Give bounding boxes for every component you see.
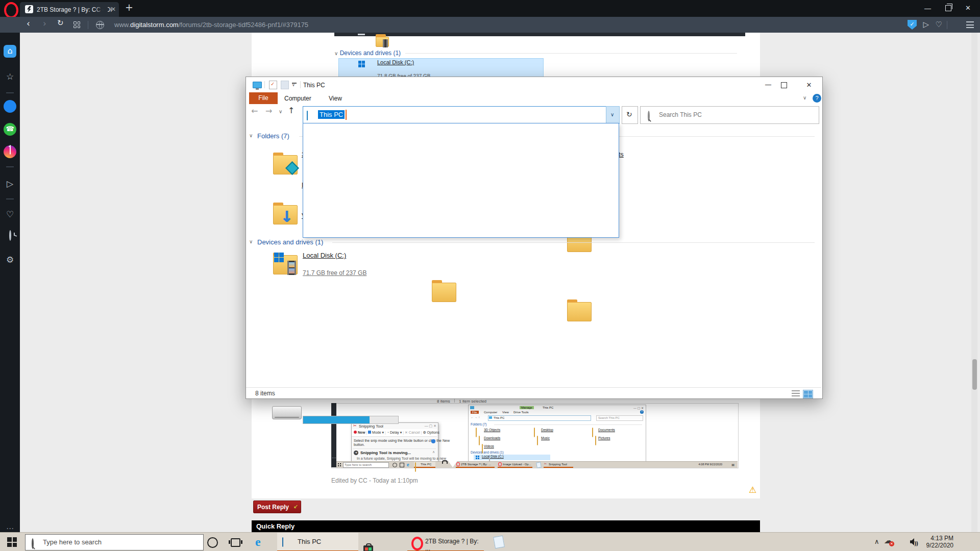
menu-computer[interactable]: Computer [284,95,311,102]
browser-reload-icon[interactable]: ↻ [57,19,64,27]
nav-forward-icon[interactable]: → [265,107,272,115]
page-scrollbar-track[interactable] [971,33,977,532]
mini-window-controls: — ▢ ✕ [633,406,644,410]
close-button[interactable]: ✕ [801,81,817,89]
folders-group-header[interactable]: Folders (7) [257,132,289,140]
my-flow-icon[interactable]: ▷ [923,21,929,29]
clock-time: 4:13 PM [922,535,953,542]
sidebar-bookmarks-icon[interactable]: ☆ [4,70,16,83]
browser-tab-bar: 2TB Storage ? | By: CC - Di ✕ + — ✕ [0,0,980,17]
collapse-icon[interactable]: ∧ [432,450,435,454]
snip-window-controls: — ▢ ✕ [425,424,436,428]
notes-app-icon[interactable] [493,536,505,549]
folder-icon-downloads[interactable]: ↓ [273,205,298,224]
qat-customize-icon[interactable]: ∨ [292,83,297,87]
edge-icon[interactable]: e [255,535,261,549]
address-selected-text: This PC [318,110,345,119]
local-disk-capacity-bar [303,416,399,424]
bookmark-heart-icon[interactable]: ♡ [936,21,942,29]
mini-taskbar-clock: 4:08 PM 9/22/2020 [699,463,722,466]
reply-arrow-icon: ↙ [293,504,298,509]
site-badge-icon[interactable] [96,21,104,29]
nav-recent-icon[interactable]: ∨ [279,109,282,114]
file-explorer-icon [282,537,283,547]
embedded-selected-row [338,58,544,78]
browser-maximize-button[interactable] [945,5,951,11]
adblock-shield-icon[interactable]: ✓ [908,20,917,30]
help-icon[interactable]: ? [813,94,821,103]
taskbar-clock[interactable]: 4:13 PM 9/22/2020 [922,535,953,549]
qat-newfolder-icon[interactable] [281,81,289,89]
tray-expand-icon[interactable]: ∧ [874,538,879,545]
local-disk-icon[interactable] [272,406,302,419]
cortana-icon[interactable] [207,537,218,548]
snip-moving-icon: ➜ [354,450,358,455]
search-input[interactable]: Search This PC [640,106,819,124]
mini-devices-header: Devices and drives (1) [471,450,504,454]
address-dropdown-panel[interactable] [303,123,619,238]
easy-setup-icon[interactable] [966,21,974,28]
details-view-icon[interactable] [792,390,800,396]
instagram-icon[interactable] [4,145,16,158]
taskbar-search-placeholder: Type here to search [43,538,102,546]
microsoft-store-icon[interactable] [363,545,373,551]
new-tab-button[interactable]: + [124,3,134,15]
qat-properties-icon[interactable]: ✓ [269,81,277,89]
page-scrollbar-thumb[interactable] [972,359,977,390]
folder-icon-pictures[interactable] [567,302,592,321]
taskbar-opera-button[interactable]: 2TB Storage ? | By: ... [407,533,484,551]
personal-news-icon[interactable]: ♡ [4,208,16,221]
snip-moving-title: Snipping Tool is moving... [360,450,411,455]
devices-collapse-icon[interactable]: ∨ [249,239,253,244]
embedded-chrome-fragment [358,34,365,35]
mini-title: This PC [543,406,553,409]
address-bar-input[interactable]: This PC [303,106,607,124]
maximize-button[interactable] [781,82,787,88]
my-flow-sidebar-icon[interactable]: ▷ [4,178,16,190]
browser-minimize-button[interactable]: — [924,5,931,12]
sidebar-home-icon[interactable]: ⌂ [4,45,16,58]
folder-icon-music[interactable] [432,283,456,302]
taskbar-search-input[interactable]: Type here to search [25,534,204,550]
scissors-icon: ✂ [353,424,357,428]
local-disk-label[interactable]: Local Disk (C:) [303,252,346,259]
mini-taskbar-opera2: Image Upload - Op... [498,462,532,468]
post-reply-button[interactable]: Post Reply ↙ [253,500,301,513]
devices-group-header[interactable]: Devices and drives (1) [257,238,323,246]
warning-icon[interactable]: ⚠ [749,486,756,494]
opera-menu-icon[interactable] [4,2,18,18]
folder-icon-3d-objects[interactable] [273,155,298,174]
browser-back-icon[interactable]: ‹ [27,19,30,28]
browser-forward-icon[interactable]: › [43,19,46,28]
downloads-icon[interactable]: ↓ [0,39,960,46]
folders-collapse-icon[interactable]: ∨ [249,133,253,138]
taskbar-this-pc-button[interactable]: This PC [277,533,358,551]
minimize-button[interactable]: — [761,81,776,88]
snip-title: Snipping Tool [359,424,383,429]
nav-up-icon[interactable]: ↑ [288,107,295,115]
menu-file[interactable]: File [249,92,278,104]
settings-gear-icon[interactable]: ⚙ [4,254,16,266]
history-icon[interactable] [4,231,16,244]
volume-icon[interactable]: )) [910,538,918,547]
thumbnail-view-icon[interactable] [803,390,813,398]
task-view-icon[interactable] [231,538,240,547]
ribbon-collapse-icon[interactable]: ∨ [803,95,806,101]
refresh-button[interactable]: ↻ [622,106,638,124]
onedrive-cloud-icon[interactable]: ☁ ✕ [884,536,893,545]
whatsapp-icon[interactable]: ☎ [4,123,16,136]
address-dropdown-button[interactable]: ∨ [606,106,620,124]
browser-tab[interactable]: 2TB Storage ? | By: CC - Di ✕ [20,2,119,17]
status-bar: 8 items [246,387,821,398]
menu-view[interactable]: View [329,95,342,102]
url-text[interactable]: www.digitalstorm.com/forums/2tb-storage-… [114,21,308,29]
nav-back-icon[interactable]: ← [251,107,258,115]
start-button[interactable] [7,537,17,547]
messenger-icon[interactable] [4,100,16,113]
mini-address-field: This PC [488,415,591,421]
speed-dial-icon[interactable] [74,21,80,28]
tab-close-icon[interactable]: ✕ [111,6,116,12]
embedded-header-rule [405,53,737,54]
snip-toolbar[interactable]: New | Mode ▾ | ◔ Delay ▾ | ✕ Cancel | ⚙ … [354,431,439,435]
browser-close-button[interactable]: ✕ [965,5,971,11]
